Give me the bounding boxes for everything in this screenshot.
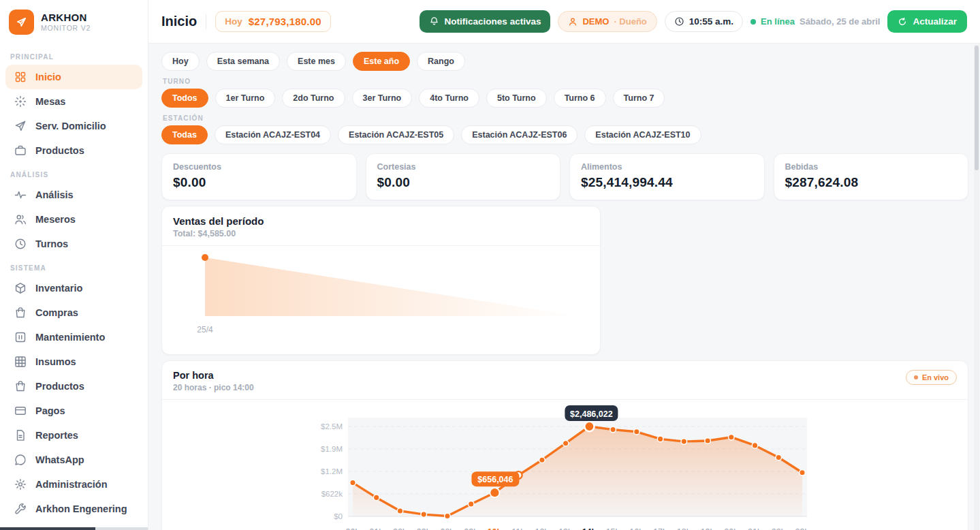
- scrollbar-thumb[interactable]: [0, 527, 95, 530]
- sidebar-item-mantenimiento[interactable]: Mantenimiento: [5, 325, 142, 349]
- value-badge: $656,046: [471, 471, 519, 486]
- data-point-highlighted[interactable]: [490, 488, 499, 497]
- data-point[interactable]: [373, 495, 379, 501]
- date-label: Sábado, 25 de abril: [800, 16, 881, 27]
- stat-cards-row: Descuentos$0.00Cortesias$0.00Alimentos$2…: [161, 153, 968, 200]
- period-pill-este-ano[interactable]: Este año: [353, 52, 410, 71]
- sidebar-item-analisis[interactable]: Análisis: [5, 183, 142, 207]
- data-point[interactable]: [350, 480, 356, 486]
- stat-card-label: Descuentos: [173, 162, 345, 172]
- live-label: En vivo: [922, 373, 949, 381]
- sidebar-horizontal-scrollbar[interactable]: [0, 527, 148, 530]
- data-point[interactable]: [397, 508, 403, 514]
- time-value: 10:55 a.m.: [689, 16, 733, 27]
- sidebar-item-reportes[interactable]: Reportes: [5, 423, 142, 448]
- x-tick-label: 23h: [795, 527, 810, 530]
- data-point[interactable]: [563, 440, 569, 446]
- data-point[interactable]: [729, 434, 735, 440]
- turno-pill-4to-turno[interactable]: 4to Turno: [419, 89, 479, 108]
- today-total-badge: Hoy $27,793,180.00: [215, 11, 331, 32]
- sidebar-item-compras[interactable]: Compras: [5, 300, 142, 325]
- data-point[interactable]: [610, 426, 616, 433]
- period-pill-rango[interactable]: Rango: [417, 52, 465, 71]
- data-point[interactable]: [705, 438, 711, 444]
- turno-pill-2do-turno[interactable]: 2do Turno: [282, 89, 345, 108]
- grid-icon: [14, 71, 27, 83]
- estacion-pill-estacion-acajz-est04[interactable]: Estación ACAJZ-EST04: [215, 125, 331, 144]
- x-tick-label: 12h: [535, 527, 549, 530]
- estacion-pill-todas[interactable]: Todas: [161, 125, 208, 144]
- data-point[interactable]: [539, 457, 546, 463]
- sidebar-item-serv-domicilio[interactable]: Serv. Domicilio: [5, 114, 142, 138]
- x-tick-label: 13h: [558, 527, 573, 530]
- notifications-button[interactable]: Notificaciones activas: [420, 10, 551, 33]
- turno-pill-todos[interactable]: Todos: [161, 89, 208, 108]
- brand-block: ARKHON MONITOR V2: [0, 0, 148, 44]
- period-pill-hoy[interactable]: Hoy: [161, 52, 200, 71]
- por-hora-chart[interactable]: $0$622k$1.2M$1.9M$2.5M$656,046$2,486,022…: [162, 400, 968, 530]
- table-icon: [14, 356, 27, 368]
- refresh-icon: [898, 17, 907, 27]
- sidebar-item-productos[interactable]: Productos: [5, 138, 142, 163]
- sidebar-item-mesas[interactable]: Mesas: [5, 89, 142, 114]
- sidebar-item-administracion[interactable]: Administración: [5, 472, 142, 497]
- sidebar-item-pagos[interactable]: Pagos: [5, 399, 142, 423]
- stat-card-value: $0.00: [377, 175, 550, 190]
- por-hora-chart-svg: $0$622k$1.2M$1.9M$2.5M$656,046$2,486,022…: [162, 400, 968, 530]
- data-point[interactable]: [421, 512, 427, 518]
- data-point[interactable]: [657, 436, 663, 442]
- sidebar-item-label: Compras: [35, 307, 78, 318]
- data-point[interactable]: [634, 429, 640, 435]
- period-pill-esta-semana[interactable]: Esta semana: [206, 52, 280, 71]
- user-badge[interactable]: DEMO · Dueño: [558, 11, 657, 32]
- activity-icon: [14, 189, 27, 201]
- data-point[interactable]: [776, 454, 782, 461]
- sidebar-item-inventario[interactable]: Inventario: [5, 276, 142, 300]
- x-tick-label: 14h: [582, 527, 597, 530]
- bag-icon: [14, 307, 27, 319]
- data-point[interactable]: [468, 501, 474, 508]
- user-name: DEMO: [582, 16, 609, 27]
- sidebar-item-label: Arkhon Engenering: [35, 503, 127, 514]
- sidebar-item-whatsapp[interactable]: WhatsApp: [5, 448, 142, 472]
- ventas-periodo-chart[interactable]: 25/4: [162, 246, 600, 354]
- data-point[interactable]: [681, 439, 687, 445]
- turno-pill-turno-6[interactable]: Turno 6: [554, 89, 606, 108]
- vertical-scrollbar[interactable]: [974, 44, 979, 530]
- sidebar-item-productos[interactable]: Productos: [5, 374, 142, 399]
- estacion-pill-estacion-acajz-est05[interactable]: Estación ACAJZ-EST05: [338, 125, 454, 144]
- sidebar-item-insumos[interactable]: Insumos: [5, 349, 142, 374]
- online-label: En línea: [761, 16, 795, 27]
- stat-card-cortesias: Cortesias$0.00: [366, 153, 561, 200]
- data-point[interactable]: [445, 513, 451, 519]
- online-status: En línea Sábado, 25 de abril: [750, 16, 880, 27]
- sidebar-nav: PRINCIPALInicioMesasServ. DomicilioProdu…: [0, 44, 148, 521]
- ventas-periodo-card: Ventas del período Total: $4,585.00 25/4: [161, 206, 601, 355]
- estacion-pill-estacion-acajz-est10[interactable]: Estación ACAJZ-EST10: [584, 125, 701, 144]
- sidebar-item-meseros[interactable]: Meseros: [5, 207, 142, 232]
- data-point[interactable]: [800, 470, 806, 476]
- clock-icon: [14, 238, 27, 250]
- sidebar-item-inicio[interactable]: Inicio: [5, 65, 142, 89]
- sidebar-item-arkhon-engenering[interactable]: Arkhon Engenering: [5, 497, 142, 521]
- x-tick-label: 08h: [440, 527, 454, 530]
- x-tick-label: 01h: [369, 527, 383, 530]
- header-divider: [206, 14, 206, 29]
- ventas-card-header: Ventas del período Total: $4,585.00: [162, 206, 600, 246]
- scrollbar-thumb[interactable]: [975, 46, 979, 170]
- x-tick-label: 02h: [393, 527, 407, 530]
- turno-pill-turno-7[interactable]: Turno 7: [613, 89, 665, 108]
- ventas-data-point[interactable]: [202, 254, 208, 261]
- turno-pill-1er-turno[interactable]: 1er Turno: [215, 89, 276, 108]
- x-tick-label: 09h: [464, 527, 478, 530]
- live-dot-icon: [914, 375, 918, 379]
- data-point[interactable]: [752, 443, 758, 449]
- period-pill-este-mes[interactable]: Este mes: [287, 52, 346, 71]
- turno-pill-3er-turno[interactable]: 3er Turno: [352, 89, 413, 108]
- brand-text: ARKHON MONITOR V2: [41, 12, 91, 32]
- estacion-pill-estacion-acajz-est06[interactable]: Estación ACAJZ-EST06: [461, 125, 578, 144]
- turno-pill-5to-turno[interactable]: 5to Turno: [486, 89, 547, 108]
- data-point-peak[interactable]: [584, 422, 594, 431]
- sidebar-item-turnos[interactable]: Turnos: [5, 232, 142, 256]
- refresh-button[interactable]: Actualizar: [887, 10, 967, 33]
